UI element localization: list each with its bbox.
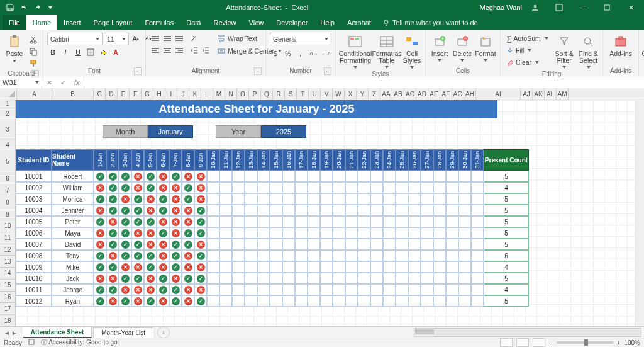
tab-acrobat[interactable]: Acrobat (341, 15, 377, 30)
cell-day[interactable] (270, 182, 282, 193)
cell-present-count[interactable]: 5 (484, 216, 529, 227)
cell-day[interactable] (219, 239, 232, 250)
cell-day[interactable] (471, 250, 484, 261)
cell-day[interactable] (383, 171, 396, 182)
cell-day[interactable] (308, 205, 320, 216)
cell-day[interactable] (232, 216, 245, 227)
cell-day[interactable]: ✕ (157, 250, 169, 261)
cell-day[interactable]: ✕ (144, 205, 157, 216)
cell-day[interactable] (345, 171, 358, 182)
cell-day[interactable]: ✓ (144, 182, 157, 193)
col-head[interactable]: AH (464, 88, 476, 100)
col-head[interactable]: H (153, 88, 165, 100)
cell-day[interactable]: ✕ (194, 239, 207, 250)
cell-day[interactable] (308, 284, 320, 295)
format-painter-icon[interactable] (28, 58, 39, 69)
cell-day[interactable] (282, 261, 295, 273)
cell-day[interactable]: ✓ (119, 227, 131, 239)
decrease-decimal-icon[interactable]: ←.0 (320, 48, 331, 59)
cell-day[interactable] (421, 227, 433, 239)
cell-day[interactable]: ✓ (182, 182, 194, 193)
page-break-view-icon[interactable] (533, 338, 545, 347)
cell-day[interactable] (257, 193, 270, 205)
cell-day[interactable]: ✕ (157, 216, 169, 227)
normal-view-icon[interactable] (500, 338, 513, 347)
col-head[interactable]: AF (440, 88, 452, 100)
cell-day[interactable]: ✓ (106, 284, 119, 295)
cell-day[interactable] (408, 250, 421, 261)
col-head[interactable]: G (142, 88, 153, 100)
cell-day[interactable]: ✓ (169, 261, 182, 273)
col-head[interactable]: W (333, 88, 345, 100)
cell-day[interactable] (219, 250, 232, 261)
cell-day[interactable] (320, 295, 333, 307)
cell-day[interactable]: ✕ (157, 171, 169, 182)
cell-day[interactable]: ✕ (194, 171, 207, 182)
cell-day[interactable]: ✓ (169, 284, 182, 295)
cell-day[interactable] (471, 239, 484, 250)
cell-day[interactable] (232, 227, 245, 239)
cell-day[interactable] (358, 171, 370, 182)
cell-day[interactable]: ✕ (131, 295, 144, 307)
row-head[interactable]: 7 (0, 185, 15, 197)
cell-day[interactable] (446, 295, 458, 307)
cell-day[interactable] (282, 193, 295, 205)
cell-day[interactable]: ✓ (194, 205, 207, 216)
cell-day[interactable] (295, 295, 308, 307)
cell-day[interactable] (358, 205, 370, 216)
cell-day[interactable] (308, 261, 320, 273)
cell-day[interactable]: ✓ (157, 205, 169, 216)
row-head[interactable]: 13 (0, 256, 15, 268)
cell-present-count[interactable]: 5 (484, 205, 529, 216)
fill-color-icon[interactable] (97, 47, 109, 58)
cell-day[interactable] (295, 205, 308, 216)
cell-day[interactable] (207, 239, 219, 250)
row-head[interactable]: 18 (0, 315, 15, 327)
cell-day[interactable]: ✓ (106, 193, 119, 205)
percent-format-icon[interactable]: % (282, 48, 294, 59)
paste-button[interactable]: Paste (4, 33, 25, 64)
cell-day[interactable] (270, 295, 282, 307)
select-all-corner[interactable] (0, 88, 17, 100)
cell-day[interactable]: ✓ (182, 239, 194, 250)
cell-day[interactable]: ✓ (144, 171, 157, 182)
cell-day[interactable] (320, 261, 333, 273)
cell-day[interactable] (308, 250, 320, 261)
cell-student-name[interactable]: Robert (52, 171, 94, 182)
cell-day[interactable]: ✓ (119, 295, 131, 307)
increase-decimal-icon[interactable]: .0→ (308, 48, 319, 59)
cell-day[interactable] (458, 273, 471, 284)
cell-day[interactable] (245, 171, 257, 182)
cell-day[interactable] (232, 205, 245, 216)
cell-day[interactable] (458, 250, 471, 261)
cell-day[interactable]: ✓ (106, 171, 119, 182)
save-icon[interactable] (5, 3, 15, 13)
col-head[interactable]: B (52, 88, 94, 100)
cell-day[interactable] (345, 216, 358, 227)
cell-student-name[interactable]: William (52, 182, 94, 193)
cell-day[interactable]: ✕ (119, 261, 131, 273)
cell-day[interactable] (458, 227, 471, 239)
sheet-tab-monthyear[interactable]: Month-Year List (93, 327, 153, 338)
cell-student-name[interactable]: Jeorge (52, 284, 94, 295)
fill-button[interactable]: Fill (504, 45, 550, 56)
cell-day[interactable] (370, 205, 383, 216)
cell-day[interactable] (358, 295, 370, 307)
align-left-icon[interactable] (150, 45, 161, 56)
cell-day[interactable]: ✕ (94, 273, 106, 284)
cell-day[interactable]: ✕ (169, 273, 182, 284)
copy-icon[interactable] (28, 46, 39, 57)
cell-present-count[interactable]: 5 (484, 273, 529, 284)
horizontal-scrollbar[interactable] (414, 328, 641, 337)
cell-day[interactable] (370, 284, 383, 295)
cell-day[interactable] (245, 216, 257, 227)
cell-student-name[interactable]: Jennifer (52, 205, 94, 216)
cell-day[interactable] (396, 182, 408, 193)
cell-present-count[interactable]: 5 (484, 239, 529, 250)
cell-day[interactable] (471, 284, 484, 295)
cell-day[interactable] (219, 261, 232, 273)
cell-day[interactable] (295, 239, 308, 250)
cell-day[interactable] (232, 171, 245, 182)
conditional-formatting-button[interactable]: Conditional Formatting (340, 33, 371, 70)
cell-day[interactable] (471, 193, 484, 205)
